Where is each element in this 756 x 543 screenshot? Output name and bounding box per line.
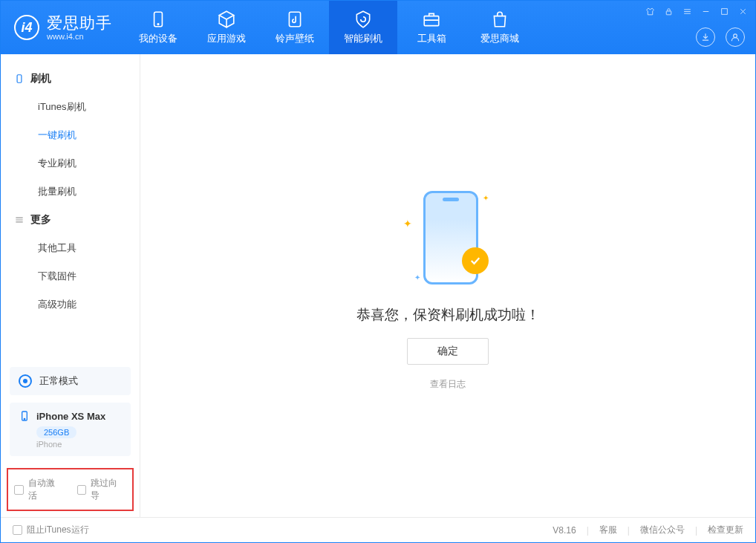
sidebar-group-more[interactable]: 更多 <box>1 206 140 234</box>
tab-tools-label: 工具箱 <box>417 32 446 45</box>
bag-icon <box>490 10 509 29</box>
header-actions <box>696 27 745 47</box>
menu-icon[interactable] <box>682 7 692 16</box>
checkbox-block-itunes-label: 阻止iTunes运行 <box>27 524 89 536</box>
wechat-link[interactable]: 微信公众号 <box>640 524 685 536</box>
app-name: 爱思助手 <box>47 14 112 31</box>
success-message: 恭喜您，保资料刷机成功啦！ <box>356 305 540 325</box>
minimize-icon[interactable] <box>701 7 711 16</box>
sidebar-group-flash-label: 刷机 <box>30 72 51 85</box>
sidebar-item-batch[interactable]: 批量刷机 <box>1 178 140 206</box>
sidebar-group-flash[interactable]: 刷机 <box>1 65 140 93</box>
svg-rect-4 <box>666 11 671 15</box>
version-label: V8.16 <box>553 525 576 536</box>
device-storage: 256GB <box>36 426 76 438</box>
tab-flash[interactable]: 智能刷机 <box>329 1 397 54</box>
device-type: iPhone <box>36 440 122 449</box>
flash-options-highlight: 自动激活 跳过向导 <box>7 468 134 511</box>
checkbox-icon <box>14 485 24 495</box>
toolbox-icon <box>422 10 441 29</box>
maximize-icon[interactable] <box>720 7 729 16</box>
sidebar-item-onekey[interactable]: 一键刷机 <box>1 121 140 149</box>
sidebar-item-pro[interactable]: 专业刷机 <box>1 149 140 178</box>
svg-rect-7 <box>17 75 22 83</box>
phone-icon <box>149 10 168 29</box>
sidebar-item-adv[interactable]: 高级功能 <box>1 290 140 319</box>
music-file-icon <box>285 10 304 29</box>
sidebar: 刷机 iTunes刷机 一键刷机 专业刷机 批量刷机 更多 其他工具 下载固件 … <box>1 54 140 517</box>
logo-icon: i4 <box>14 15 39 40</box>
checkbox-icon <box>13 525 22 535</box>
svg-rect-5 <box>722 9 728 15</box>
svg-rect-3 <box>424 16 439 26</box>
lock-icon[interactable] <box>664 7 674 16</box>
phone-outline-icon <box>14 74 25 84</box>
tab-flash-label: 智能刷机 <box>344 32 382 45</box>
check-badge-icon <box>462 247 489 274</box>
tab-device[interactable]: 我的设备 <box>124 1 192 54</box>
checkbox-block-itunes[interactable]: 阻止iTunes运行 <box>13 524 89 536</box>
shirt-icon[interactable] <box>645 7 655 16</box>
app-logo: i4 爱思助手 www.i4.cn <box>1 1 124 54</box>
sidebar-item-fw[interactable]: 下载固件 <box>1 262 140 290</box>
separator: | <box>587 525 589 536</box>
cube-icon <box>217 10 236 29</box>
success-illustration: ✦ ✦ ✦ <box>392 181 504 292</box>
sparkle-icon: ✦ <box>483 194 489 202</box>
sparkle-icon: ✦ <box>403 218 412 230</box>
checkbox-auto-activate[interactable]: 自动激活 <box>14 477 64 502</box>
download-icon[interactable] <box>696 27 715 47</box>
tab-apps[interactable]: 应用游戏 <box>192 1 261 54</box>
device-mode-label: 正常模式 <box>39 374 78 388</box>
separator: | <box>628 525 630 536</box>
service-link[interactable]: 客服 <box>599 524 617 536</box>
svg-point-1 <box>157 23 159 25</box>
separator: | <box>695 525 697 536</box>
tab-ring[interactable]: 铃声壁纸 <box>261 1 329 54</box>
tab-tools[interactable]: 工具箱 <box>397 1 466 54</box>
device-mode[interactable]: 正常模式 <box>10 367 131 395</box>
status-bar: 阻止iTunes运行 V8.16 | 客服 | 微信公众号 | 检查更新 <box>1 517 755 542</box>
list-icon <box>14 215 25 225</box>
tab-store[interactable]: 爱思商城 <box>466 1 534 54</box>
tab-device-label: 我的设备 <box>139 32 177 45</box>
shield-refresh-icon <box>353 10 373 29</box>
device-phone-icon <box>19 410 30 422</box>
tab-ring-label: 铃声壁纸 <box>276 32 314 45</box>
main-tabs: 我的设备 应用游戏 铃声壁纸 智能刷机 工具箱 爱思商城 <box>124 1 534 54</box>
sparkle-icon: ✦ <box>414 273 420 282</box>
sidebar-group-more-label: 更多 <box>30 213 51 227</box>
sidebar-item-itunes[interactable]: iTunes刷机 <box>1 93 140 121</box>
tab-store-label: 爱思商城 <box>480 32 519 45</box>
sidebar-item-other[interactable]: 其他工具 <box>1 234 140 262</box>
title-bar: i4 爱思助手 www.i4.cn 我的设备 应用游戏 铃声壁纸 智能刷机 工具… <box>1 1 755 54</box>
tab-apps-label: 应用游戏 <box>207 32 246 45</box>
close-icon[interactable] <box>738 7 748 16</box>
mode-indicator-icon <box>19 374 32 388</box>
svg-rect-2 <box>289 12 300 27</box>
checkbox-skip-guide-label: 跳过向导 <box>91 477 126 502</box>
checkbox-skip-guide[interactable]: 跳过向导 <box>77 477 127 502</box>
window-controls <box>645 7 748 16</box>
checkbox-auto-activate-label: 自动激活 <box>28 477 64 502</box>
svg-point-9 <box>24 418 25 419</box>
view-log-link[interactable]: 查看日志 <box>430 378 466 391</box>
app-url: www.i4.cn <box>47 32 112 41</box>
update-link[interactable]: 检查更新 <box>708 524 743 536</box>
svg-point-6 <box>734 34 737 38</box>
ok-button[interactable]: 确定 <box>407 338 489 365</box>
checkbox-icon <box>77 485 87 495</box>
user-icon[interactable] <box>726 27 745 47</box>
main-content: ✦ ✦ ✦ 恭喜您，保资料刷机成功啦！ 确定 查看日志 <box>140 54 755 517</box>
device-info[interactable]: iPhone XS Max 256GB iPhone <box>10 403 131 456</box>
device-name: iPhone XS Max <box>36 411 105 422</box>
